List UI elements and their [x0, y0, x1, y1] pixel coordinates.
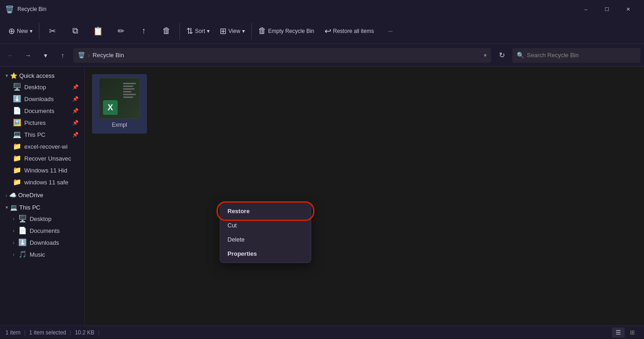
folder-label-2: Recover Unsavec [24, 155, 71, 162]
sidebar-item-this-pc[interactable]: ▾ 💻 This PC [2, 202, 82, 213]
paste-icon: 📋 [93, 26, 103, 36]
title-bar: 🗑️ Recycle Bin – ☐ ✕ [0, 0, 644, 18]
maximize-button[interactable]: ☐ [596, 0, 617, 18]
sidebar-item-pc-music[interactable]: › 🎵 Music [2, 248, 82, 260]
expand-icon-pc: ▾ [5, 204, 8, 210]
folder-icon-4: 📁 [13, 178, 22, 186]
sidebar-item-recover-unsaved[interactable]: 📁 Recover Unsavec [2, 152, 82, 164]
empty-recycle-bin-button[interactable]: 🗑 Empty Recycle Bin [254, 20, 319, 42]
restore-all-button[interactable]: ↩ Restore all items [320, 20, 379, 42]
folder-icon-2: 📁 [13, 154, 22, 162]
refresh-icon: ↻ [499, 51, 505, 59]
view-label: View [228, 28, 240, 34]
sidebar-item-quick-access[interactable]: ▾ ⭐ Quick access [2, 70, 82, 81]
share-icon: ↑ [142, 26, 146, 36]
pc-downloads-label: Downloads [30, 239, 59, 246]
sort-label: Sort [195, 28, 205, 34]
view-button[interactable]: ⊞ View ▾ [215, 20, 249, 42]
minimize-button[interactable]: – [575, 0, 596, 18]
address-path[interactable]: 🗑️ › Recycle Bin ▾ [73, 48, 491, 63]
context-properties-button[interactable]: Properties [220, 247, 311, 261]
cut-button[interactable]: ✂ [41, 20, 63, 42]
back-button[interactable]: ← [4, 48, 17, 62]
thispc-qa-icon: 💻 [13, 130, 22, 139]
rename-button[interactable]: ✏ [110, 20, 132, 42]
sidebar-item-documents[interactable]: 📄 Documents 📌 [2, 105, 82, 117]
empty-bin-label: Empty Recycle Bin [268, 28, 314, 34]
sidebar-item-pictures[interactable]: 🖼️ Pictures 📌 [2, 117, 82, 129]
sidebar-item-win11-hid[interactable]: 📁 Windows 11 Hid [2, 164, 82, 176]
refresh-button[interactable]: ↻ [495, 48, 509, 62]
list-view-button[interactable]: ☰ [612, 328, 625, 338]
pc-music-label: Music [30, 251, 45, 258]
doc-line-6 [123, 97, 133, 98]
folder-icon-1: 📁 [13, 142, 22, 151]
recent-locations-button[interactable]: ▾ [38, 48, 52, 62]
toolbar-sep-3 [251, 23, 252, 39]
forward-button[interactable]: → [21, 48, 35, 62]
address-dropdown-icon: ▾ [484, 52, 487, 59]
pc-music-icon: 🎵 [18, 250, 27, 258]
sidebar-item-thispc-qa[interactable]: 💻 This PC 📌 [2, 129, 82, 140]
pin-icon-dl: 📌 [72, 96, 79, 102]
sidebar-item-win11-safe[interactable]: 📁 windows 11 safe [2, 176, 82, 188]
quick-access-label: Quick access [19, 72, 54, 79]
empty-bin-icon: 🗑 [258, 26, 266, 36]
search-box[interactable]: 🔍 Search Recycle Bin [512, 48, 640, 63]
sidebar-item-pc-desktop[interactable]: › 🖥️ Desktop [2, 213, 82, 225]
sidebar: ▾ ⭐ Quick access 🖥️ Desktop 📌 ⬇️ Downloa… [0, 67, 85, 325]
thispc-label: This PC [19, 204, 40, 211]
downloads-label: Downloads [24, 96, 54, 102]
view-icon: ⊞ [220, 26, 227, 36]
new-icon: ⊕ [8, 26, 15, 36]
context-menu: Restore Cut Delete Properties [220, 202, 311, 263]
onedrive-label: OneDrive [18, 192, 43, 199]
doc-line-2 [123, 86, 133, 87]
up-button[interactable]: ↑ [56, 48, 70, 62]
window-title: Recycle Bin [17, 6, 572, 12]
new-button[interactable]: ⊕ New ▾ [4, 20, 37, 42]
toolbar-delete-button[interactable]: 🗑 [156, 20, 178, 42]
desktop-label: Desktop [24, 84, 46, 91]
sidebar-item-pc-documents[interactable]: › 📄 Documents [2, 225, 82, 237]
status-sep-1: | [24, 329, 26, 336]
sidebar-item-downloads[interactable]: ⬇️ Downloads 📌 [2, 93, 82, 105]
status-sep-3: | [98, 329, 99, 336]
rename-icon: ✏ [118, 26, 124, 36]
view-arrow-icon: ▾ [242, 28, 245, 34]
cut-icon: ✂ [49, 26, 56, 36]
view-toggle: ☰ ⊞ [612, 328, 639, 338]
copy-button[interactable]: ⧉ [64, 20, 86, 42]
copy-icon: ⧉ [72, 26, 78, 36]
sidebar-item-excel-recover[interactable]: 📁 excel-recover-wi [2, 140, 82, 152]
folder-label-4: windows 11 safe [24, 179, 68, 186]
documents-label: Documents [24, 108, 54, 114]
status-sep-2: | [70, 329, 71, 336]
file-item-exmpl[interactable]: X Exmpl [92, 74, 147, 134]
sidebar-item-onedrive[interactable]: › ☁️ OneDrive [2, 190, 82, 200]
sort-button[interactable]: ⇅ Sort ▾ [182, 20, 214, 42]
pin-icon: 📌 [72, 84, 79, 90]
search-icon: 🔍 [517, 52, 524, 59]
context-restore-button[interactable]: Restore [220, 204, 311, 218]
context-delete-button[interactable]: Delete [220, 232, 311, 247]
sidebar-item-pc-downloads[interactable]: › ⬇️ Downloads [2, 237, 82, 248]
thispc-section: ▾ 💻 This PC › 🖥️ Desktop › 📄 Documents ›… [0, 202, 84, 260]
share-button[interactable]: ↑ [133, 20, 155, 42]
close-button[interactable]: ✕ [617, 0, 639, 18]
context-cut-button[interactable]: Cut [220, 218, 311, 232]
grid-view-button[interactable]: ⊞ [626, 328, 639, 338]
more-button[interactable]: ··· [379, 20, 401, 42]
paste-button[interactable]: 📋 [87, 20, 109, 42]
documents-icon: 📄 [13, 107, 22, 115]
recent-icon: ▾ [44, 52, 47, 59]
expand-icon: ▾ [5, 73, 8, 79]
doc-line-1 [123, 83, 136, 84]
sidebar-item-desktop[interactable]: 🖥️ Desktop 📌 [2, 81, 82, 93]
desktop-icon: 🖥️ [13, 83, 22, 91]
context-properties-label: Properties [227, 250, 257, 257]
pictures-label: Pictures [24, 119, 46, 126]
downloads-icon: ⬇️ [13, 95, 22, 103]
file-thumbnail: X [99, 78, 140, 119]
pin-icon-pc: 📌 [72, 132, 79, 138]
